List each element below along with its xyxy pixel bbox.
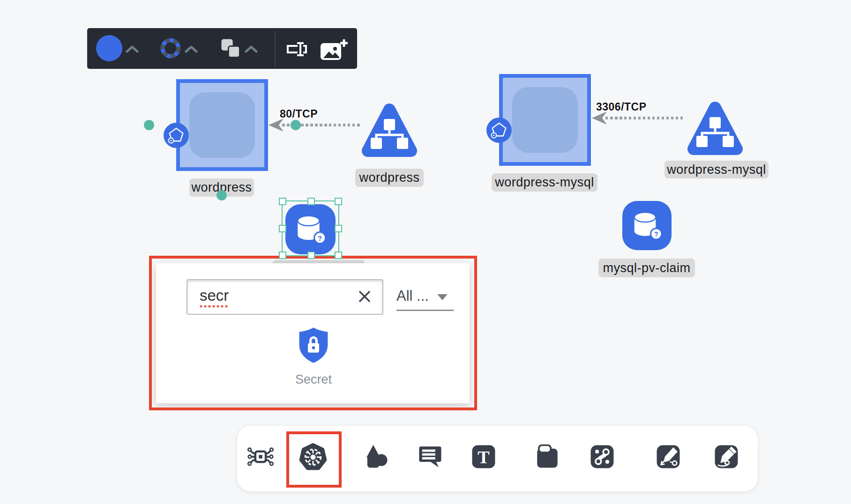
comment-tool-icon[interactable]: [417, 443, 444, 470]
selection-handle[interactable]: [335, 225, 342, 232]
node-label[interactable]: mysql-pv-claim: [598, 259, 695, 277]
chevron-up-icon[interactable]: [126, 45, 139, 53]
text-tool-glyph: T: [478, 447, 489, 467]
fill-color-icon[interactable]: [96, 35, 123, 62]
infrastructure-tool-icon[interactable]: [246, 443, 275, 471]
stroke-style-icon[interactable]: [157, 35, 184, 61]
pod-icon[interactable]: [164, 123, 189, 148]
connection-point[interactable]: [291, 120, 301, 130]
text-width-icon[interactable]: [284, 40, 310, 59]
annotation-rectangle[interactable]: [149, 256, 477, 410]
pen-tool-icon[interactable]: [655, 443, 682, 470]
arrowhead-icon: [269, 119, 284, 132]
selection-handle[interactable]: [279, 198, 286, 205]
canvas[interactable]: 80/TCP wordpress wordpress 3306/TCP word…: [0, 0, 851, 504]
node-wordpress-service[interactable]: [358, 97, 420, 159]
replica-box: [512, 87, 578, 153]
selection-handle[interactable]: [307, 252, 315, 259]
active-tool-annotation: [286, 431, 342, 488]
selection-handle[interactable]: [335, 198, 342, 205]
node-label[interactable]: wordpress-mysql: [492, 173, 597, 192]
toolbar-divider: [275, 31, 276, 66]
style-toolbar: [87, 28, 357, 69]
image-plus-icon[interactable]: [320, 38, 348, 62]
connector-tool-icon[interactable]: [589, 443, 616, 470]
copy-style-icon[interactable]: [219, 37, 242, 60]
replica-box: [189, 92, 255, 158]
node-wordpress-deployment[interactable]: [176, 79, 268, 171]
edge-port-label[interactable]: 80/TCP: [280, 108, 318, 120]
selection-handle[interactable]: [307, 198, 315, 205]
selection-handle[interactable]: [335, 252, 342, 259]
frame-tool-icon[interactable]: [534, 443, 561, 470]
node-wordpress-mysql-deployment[interactable]: [499, 74, 591, 166]
selection-handle[interactable]: [279, 252, 286, 259]
edge-wordpress-mysql[interactable]: [605, 117, 684, 119]
chevron-up-icon[interactable]: [245, 45, 258, 53]
selection-handle[interactable]: [279, 225, 286, 232]
node-label[interactable]: wordpress: [355, 169, 424, 187]
pod-icon[interactable]: [486, 118, 512, 143]
connection-point[interactable]: [144, 120, 154, 130]
node-label[interactable]: wordpress-mysql: [664, 161, 769, 178]
node-mysql-pv-claim[interactable]: ?: [622, 200, 672, 251]
shapes-tool-icon[interactable]: [362, 443, 389, 470]
question-badge: ?: [654, 230, 658, 238]
highlighter-tool-icon[interactable]: [713, 443, 740, 470]
chevron-up-icon[interactable]: [185, 45, 198, 53]
connection-point[interactable]: [216, 190, 227, 200]
node-wordpress-mysql-service[interactable]: [684, 96, 746, 157]
arrowhead-icon: [592, 111, 607, 125]
text-tool-icon[interactable]: T: [470, 443, 497, 470]
selection-box[interactable]: [282, 200, 339, 256]
